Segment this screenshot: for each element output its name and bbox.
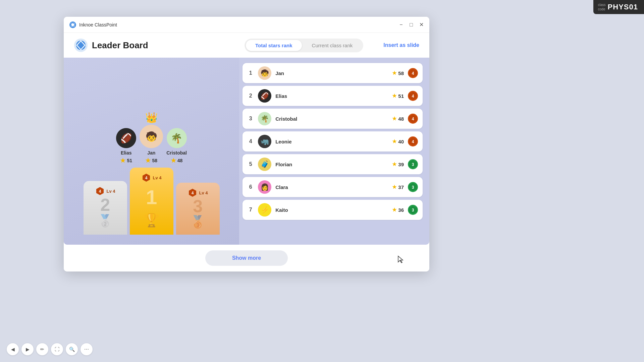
name-jan: Jan xyxy=(147,150,155,156)
lb-name-kaito: Kaito xyxy=(275,207,388,213)
titlebar: Inknoe ClassPoint − □ ✕ xyxy=(64,17,429,33)
stars-elias: ★ 51 xyxy=(120,157,132,164)
svg-text:3: 3 xyxy=(412,208,414,213)
leaderboard-row-7: 7 ⚡ Kaito ★ 36 3 xyxy=(243,200,423,220)
svg-text:4: 4 xyxy=(145,176,147,180)
leaderboard-row-5: 5 🧳 Florian ★ 39 3 xyxy=(243,154,423,174)
maximize-button[interactable]: □ xyxy=(409,22,414,27)
leaderboard-row-3: 3 🌴 Cristobal ★ 48 4 xyxy=(243,109,423,129)
svg-text:4: 4 xyxy=(412,139,414,144)
hex-icon-rank1: 4 xyxy=(142,173,151,182)
lb-level-clara: 3 xyxy=(408,182,418,192)
avatar-jan: 🧒 xyxy=(140,125,163,148)
lb-avatar-leonie: 🦏 xyxy=(258,135,271,148)
lb-stars-jan: ★ 58 xyxy=(392,70,404,76)
lb-stars-leonie: ★ 40 xyxy=(392,138,404,144)
class-code-label: classcode xyxy=(598,3,606,11)
lb-avatar-elias: 🏈 xyxy=(258,89,271,103)
contestants: 🏈 Elias ★ 51 👑 🧒 Jan ★ xyxy=(116,112,187,164)
taskbar-fullscreen-button[interactable]: ⛶ xyxy=(51,343,63,355)
svg-point-1 xyxy=(70,22,75,27)
main-window: Inknoe ClassPoint − □ ✕ Leader Board Tot… xyxy=(64,17,429,272)
svg-text:4: 4 xyxy=(412,117,414,121)
svg-text:4: 4 xyxy=(191,191,194,195)
stars-cristobal: ★ 48 xyxy=(171,157,183,164)
svg-text:4: 4 xyxy=(412,94,414,99)
podium-section: 🏈 Elias ★ 51 👑 🧒 Jan ★ xyxy=(64,58,239,245)
lb-level-florian: 3 xyxy=(408,159,418,169)
lb-avatar-cristobal: 🌴 xyxy=(258,112,271,125)
minimize-button[interactable]: − xyxy=(398,22,404,27)
podium-block-2: 4 Lv 4 2 🥈 xyxy=(84,181,127,235)
show-more-button[interactable]: Show more xyxy=(205,250,288,266)
lb-level-elias: 4 xyxy=(408,91,418,101)
leaderboard-row-2: 2 🏈 Elias ★ 51 4 xyxy=(243,86,423,106)
lb-name-clara: Clara xyxy=(275,184,388,190)
lb-avatar-clara: 👩 xyxy=(258,180,271,194)
leaderboard-row-6: 6 👩 Clara ★ 37 3 xyxy=(243,177,423,197)
class-code-badge: classcode PHYS01 xyxy=(593,0,644,14)
class-code-value: PHYS01 xyxy=(608,3,638,11)
svg-text:3: 3 xyxy=(412,162,414,167)
hex-icon-rank2: 4 xyxy=(95,186,105,196)
svg-text:3: 3 xyxy=(412,185,414,190)
tab-total-stars[interactable]: Total stars rank xyxy=(246,40,302,51)
name-cristobal: Cristobal xyxy=(166,150,187,156)
badge-rank2: 4 Lv 4 xyxy=(95,186,115,196)
content-area: 🏈 Elias ★ 51 👑 🧒 Jan ★ xyxy=(64,58,429,245)
svg-text:4: 4 xyxy=(99,189,101,194)
podium-blocks: 4 Lv 4 2 🥈 4 xyxy=(84,168,220,235)
page-title: Leader Board xyxy=(92,40,148,51)
lb-avatar-kaito: ⚡ xyxy=(258,203,271,217)
app-title: Inknoe ClassPoint xyxy=(79,22,398,27)
avatar-cristobal: 🌴 xyxy=(167,128,187,148)
taskbar-pen-button[interactable]: ✏ xyxy=(36,343,48,355)
hex-icon-rank3: 4 xyxy=(188,188,197,197)
lb-avatar-jan: 🧒 xyxy=(258,66,271,80)
crown-icon: 👑 xyxy=(145,112,158,123)
podium-block-3: 4 Lv 4 3 🥉 xyxy=(176,183,220,235)
taskbar-forward-button[interactable]: ▶ xyxy=(21,343,34,355)
taskbar-back-button[interactable]: ◀ xyxy=(7,343,19,355)
lb-stars-clara: ★ 37 xyxy=(392,184,404,190)
podium-block-1: 4 Lv 4 1 🏆 xyxy=(130,168,173,235)
leaderboard-section: 1 🧒 Jan ★ 58 4 2 xyxy=(239,58,429,245)
lb-level-leonie: 4 xyxy=(408,136,418,146)
tab-current-class[interactable]: Current class rank xyxy=(303,40,362,51)
taskbar-more-button[interactable]: ⋯ xyxy=(80,343,93,355)
leaderboard-row-1: 1 🧒 Jan ★ 58 4 xyxy=(243,63,423,83)
insert-as-slide-button[interactable]: Insert as slide xyxy=(383,42,419,48)
lb-name-cristobal: Cristobal xyxy=(275,116,388,122)
window-controls: − □ ✕ xyxy=(398,22,424,27)
lb-stars-cristobal: ★ 48 xyxy=(392,116,404,122)
lb-stars-kaito: ★ 36 xyxy=(392,207,404,213)
lb-level-cristobal: 4 xyxy=(408,114,418,124)
svg-text:4: 4 xyxy=(412,71,414,76)
footer: Show more xyxy=(64,245,429,272)
header-logo-title: Leader Board xyxy=(74,38,245,52)
app-logo xyxy=(69,21,76,28)
level-hex-jan: 4 xyxy=(408,68,418,78)
lb-name-leonie: Leonie xyxy=(275,139,388,144)
badge-rank3: 4 Lv 4 xyxy=(188,188,208,197)
avatar-elias: 🏈 xyxy=(116,128,136,148)
contestant-rank2: 🏈 Elias ★ 51 xyxy=(116,128,136,164)
contestant-rank3: 🌴 Cristobal ★ 48 xyxy=(166,128,187,164)
lb-avatar-florian: 🧳 xyxy=(258,158,271,171)
lb-name-florian: Florian xyxy=(275,162,388,167)
lb-stars-florian: ★ 39 xyxy=(392,161,404,167)
contestant-rank1: 👑 🧒 Jan ★ 58 xyxy=(140,112,163,164)
lb-name-elias: Elias xyxy=(275,93,388,99)
stars-jan: ★ 58 xyxy=(145,157,157,164)
name-elias: Elias xyxy=(121,150,132,156)
badge-rank1: 4 Lv 4 xyxy=(142,173,162,182)
lb-level-kaito: 3 xyxy=(408,205,418,215)
svg-point-3 xyxy=(76,41,86,50)
leaderboard-row-4: 4 🦏 Leonie ★ 40 4 xyxy=(243,131,423,152)
lb-name-jan: Jan xyxy=(275,70,388,76)
header-logo xyxy=(74,38,88,52)
header: Leader Board Total stars rank Current cl… xyxy=(64,33,429,58)
taskbar-zoom-button[interactable]: 🔍 xyxy=(66,343,78,355)
close-button[interactable]: ✕ xyxy=(419,22,424,27)
taskbar: ◀ ▶ ✏ ⛶ 🔍 ⋯ xyxy=(7,343,93,355)
